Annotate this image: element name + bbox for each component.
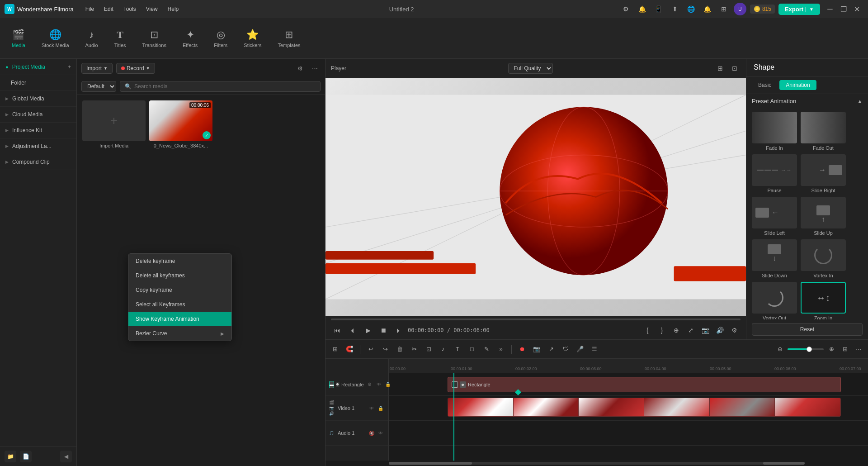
more-btn[interactable]: » <box>495 343 507 355</box>
anim-vortex-out[interactable]: Vortex Out <box>752 282 797 319</box>
stop-button[interactable]: ⏹ <box>377 324 390 337</box>
new-folder-button[interactable]: 📁 <box>5 451 16 462</box>
ctx-select-all-keyframes[interactable]: Select all Keyframes <box>128 297 231 312</box>
grid-view-icon[interactable]: ⊞ <box>714 62 726 74</box>
record-button[interactable]: Record ▼ <box>116 63 155 74</box>
close-button[interactable]: ✕ <box>851 3 863 15</box>
anim-pause[interactable]: →→ Pause <box>752 154 797 193</box>
tab-animation[interactable]: Animation <box>779 80 816 90</box>
camera-button[interactable]: 📷 <box>531 343 542 355</box>
menu-view[interactable]: View <box>142 4 162 14</box>
shield-button[interactable]: 🛡 <box>560 343 571 355</box>
a1-ctrl-eye[interactable]: 👁 <box>377 429 385 437</box>
reset-button[interactable]: Reset <box>752 323 863 336</box>
track-ctrl-1[interactable]: ⚙ <box>366 380 374 389</box>
more-tl-btn[interactable]: ⋯ <box>853 343 864 355</box>
video-media-thumb[interactable]: 00:00:06 ✓ <box>149 100 212 141</box>
icon-btn-7[interactable]: ⊞ <box>717 3 730 15</box>
v1-ctrl-lock[interactable]: 🔒 <box>377 404 385 412</box>
ctx-delete-all-keyframes[interactable]: Delete all keyframes <box>128 268 231 283</box>
volume-button[interactable]: 🔊 <box>713 324 726 337</box>
mic-button[interactable]: 🎤 <box>574 343 586 355</box>
menu-file[interactable]: File <box>81 4 99 14</box>
ctx-copy-keyframe[interactable]: Copy keyframe <box>128 283 231 297</box>
timeline-add-track[interactable]: ⊞ <box>329 343 341 355</box>
anim-slide-right[interactable]: → Slide Right <box>801 154 846 193</box>
timeline-scrollbar[interactable] <box>326 461 868 466</box>
add-to-timeline-button[interactable]: ⊕ <box>670 324 683 337</box>
cut-button[interactable]: ✂ <box>408 343 420 355</box>
text-button[interactable]: T <box>452 343 463 355</box>
video-clip[interactable] <box>448 398 841 417</box>
frame-forward-button[interactable]: ⏵ <box>392 324 405 337</box>
toolbar-transitions[interactable]: ⊡ Transitions <box>135 25 174 52</box>
anim-fade-out[interactable]: Fade Out <box>801 112 846 151</box>
search-input[interactable] <box>134 83 316 90</box>
left-item-cloud-media[interactable]: ▶ Cloud Media <box>0 107 76 123</box>
icon-btn-1[interactable]: ⚙ <box>620 3 632 15</box>
toolbar-stickers[interactable]: ⭐ Stickers <box>236 25 269 52</box>
toolbar-stock-media[interactable]: 🌐 Stock Media <box>34 25 76 52</box>
left-item-adjustment[interactable]: ▶ Adjustment La... <box>0 138 76 154</box>
minimize-button[interactable]: ─ <box>824 3 836 15</box>
delete-button[interactable]: 🗑 <box>394 343 406 355</box>
fullscreen-icon[interactable]: ⊡ <box>729 62 741 74</box>
toolbar-templates[interactable]: ⊞ Templates <box>270 25 307 52</box>
anim-slide-left[interactable]: ← Slide Left <box>752 197 797 236</box>
toolbar-effects[interactable]: ✦ Effects <box>175 25 205 52</box>
mark-in-button[interactable]: { <box>641 324 654 337</box>
toolbar-titles[interactable]: T Titles <box>107 25 133 52</box>
icon-btn-5[interactable]: 🌐 <box>685 3 698 15</box>
music-button[interactable]: ♪ <box>437 343 449 355</box>
menu-help[interactable]: Help <box>163 4 184 14</box>
import-media-item[interactable]: + Import Media <box>82 100 146 148</box>
left-item-influence-kit[interactable]: ▶ Influence Kit <box>0 123 76 138</box>
anim-slide-down[interactable]: ↓ Slide Down <box>752 239 797 278</box>
settings-player-button[interactable]: ⚙ <box>728 324 741 337</box>
fullscreen-player-button[interactable]: ⤢ <box>684 324 697 337</box>
frame-back-button[interactable]: ⏴ <box>346 324 359 337</box>
progress-bar[interactable] <box>331 319 741 320</box>
arrow-button[interactable]: ↗ <box>545 343 557 355</box>
left-item-compound-clip[interactable]: ▶ Compound Clip <box>0 154 76 170</box>
a1-ctrl-mute[interactable]: 🔇 <box>368 429 376 437</box>
icon-btn-3[interactable]: 📱 <box>652 3 665 15</box>
snapshot-button[interactable]: 📷 <box>699 324 712 337</box>
rectangle-clip[interactable]: ⏺ Rectangle <box>448 377 841 392</box>
left-item-project-media[interactable]: ● Project Media + <box>0 59 76 75</box>
icon-btn-6[interactable]: 🔔 <box>701 3 714 15</box>
toolbar-audio[interactable]: ♪ Audio <box>78 25 105 52</box>
list-button[interactable]: ☰ <box>589 343 600 355</box>
maximize-button[interactable]: ❐ <box>837 3 850 15</box>
mark-out-button[interactable]: } <box>656 324 668 337</box>
menu-edit[interactable]: Edit <box>99 4 118 14</box>
add-icon[interactable]: + <box>67 63 71 70</box>
v1-ctrl-eye[interactable]: 👁 <box>368 404 376 412</box>
tab-basic[interactable]: Basic <box>752 80 778 90</box>
ctx-bezier-curve[interactable]: Bezier Curve ▶ <box>128 326 231 341</box>
record-tl-button[interactable]: ⏺ <box>516 343 528 355</box>
ctx-delete-keyframe[interactable]: Delete keyframe <box>128 254 231 268</box>
anim-slide-up[interactable]: ↑ Slide Up <box>801 197 846 236</box>
menu-tools[interactable]: Tools <box>119 4 141 14</box>
h-scroll-track[interactable] <box>389 462 805 465</box>
left-item-folder[interactable]: Folder <box>0 75 76 91</box>
zoom-in-tl[interactable]: ⊕ <box>826 343 837 355</box>
video-media-item[interactable]: 00:00:06 ✓ 0_News_Globe_3840x... <box>149 100 212 148</box>
anim-vortex-in[interactable]: Vortex In <box>801 239 846 278</box>
undo-button[interactable]: ↩ <box>365 343 377 355</box>
copy-button[interactable]: ⊡ <box>423 343 434 355</box>
timeline-magnet[interactable]: 🧲 <box>344 343 355 355</box>
toolbar-media[interactable]: 🎬 Media <box>5 25 33 52</box>
rect-button[interactable]: □ <box>466 343 478 355</box>
anim-zoom-in[interactable]: ↔↕ Zoom In <box>801 282 846 319</box>
import-button[interactable]: Import ▼ <box>81 63 113 74</box>
icon-btn-2[interactable]: 🔔 <box>636 3 649 15</box>
layout-btn[interactable]: ⊞ <box>839 343 851 355</box>
left-item-global-media[interactable]: ▶ Global Media <box>0 91 76 107</box>
play-button[interactable]: ▶ <box>362 324 374 337</box>
import-media-thumb[interactable]: + <box>82 100 146 141</box>
export-dropdown-arrow[interactable]: ▼ <box>805 7 814 12</box>
new-item-button[interactable]: 📄 <box>20 451 32 462</box>
toolbar-filters[interactable]: ◎ Filters <box>207 25 235 52</box>
